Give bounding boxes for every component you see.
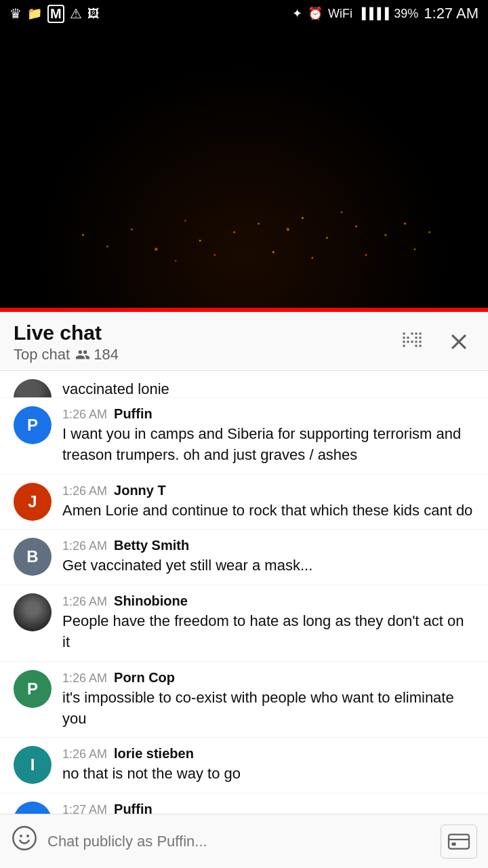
superchat-button[interactable] (441, 825, 477, 859)
message-text: People have the freedom to hate as long … (62, 611, 474, 653)
avatar: P (14, 406, 52, 444)
message-meta: 1:26 AM Jonny T (62, 483, 474, 498)
message-content: 1:26 AM Betty Smith Get vaccinated yet s… (62, 538, 474, 576)
message-time: 1:26 AM (62, 484, 107, 498)
message-time: 1:26 AM (62, 595, 107, 609)
status-bar: ♛ 📁 M ⚠ 🖼 ✦ ⏰ WiFi ▐▐▐▐ 39% 1:27 AM (0, 0, 488, 27)
message-time: 1:26 AM (62, 747, 107, 762)
svg-point-1 (20, 835, 22, 837)
message-text: vaccinated lonie (62, 379, 474, 398)
message-content: 1:26 AM Jonny T Amen Lorie and continue … (62, 483, 474, 521)
list-item: P 1:26 AM Porn Cop it's impossible to co… (0, 662, 488, 738)
message-time: 1:26 AM (62, 408, 107, 422)
chat-input-bar (0, 814, 488, 868)
live-chat-header: Live chat Top chat 184 (0, 312, 488, 371)
avatar: P (14, 670, 52, 708)
message-content: 1:26 AM Porn Cop it's impossible to co-e… (62, 670, 474, 730)
message-time: 1:26 AM (62, 539, 107, 553)
viewers-icon (75, 347, 90, 362)
top-chat-label[interactable]: Top chat (14, 346, 70, 363)
message-meta: 1:26 AM lorie stieben (62, 746, 474, 762)
list-item: I 1:26 AM lorie stieben no that is not t… (0, 738, 488, 793)
alarm-icon: ⏰ (308, 6, 323, 21)
chat-input[interactable] (47, 833, 431, 850)
message-meta: 1:26 AM Shinobione (62, 593, 474, 609)
avatar (14, 593, 52, 631)
svg-point-0 (13, 827, 35, 849)
video-player[interactable] (0, 27, 488, 312)
message-author: Shinobione (114, 593, 188, 609)
list-item: 1:26 AM Shinobione People have the freed… (0, 585, 488, 662)
folder-icon: 📁 (27, 6, 42, 21)
message-meta: 1:26 AM Porn Cop (62, 670, 474, 686)
message-author: Porn Cop (114, 670, 175, 686)
filter-icon (400, 330, 424, 354)
viewers-count: 184 (75, 346, 119, 363)
avatar: I (14, 746, 52, 784)
message-text: I want you in camps and Siberia for supp… (62, 424, 474, 466)
emoji-button[interactable] (11, 825, 38, 858)
svg-rect-5 (452, 842, 456, 846)
close-icon (446, 329, 472, 355)
message-content: vaccinated lonie (62, 379, 474, 398)
live-chat-title: Live chat (14, 321, 119, 344)
avatar: B (14, 538, 52, 576)
video-progress-bar[interactable] (0, 308, 488, 312)
warning-icon: ⚠ (70, 5, 82, 22)
avatar (14, 379, 52, 398)
message-author: Jonny T (114, 483, 166, 498)
list-item: P 1:26 AM Puffin I want you in camps and… (0, 398, 488, 475)
city-lights-overlay (0, 27, 488, 312)
close-button[interactable] (443, 326, 474, 359)
list-item: B 1:26 AM Betty Smith Get vaccinated yet… (0, 530, 488, 585)
avatar: J (14, 483, 52, 521)
message-author: lorie stieben (114, 746, 194, 762)
wifi-icon: WiFi (328, 7, 352, 21)
message-author: Puffin (114, 406, 152, 422)
message-content: 1:26 AM Puffin I want you in camps and S… (62, 406, 474, 466)
superchat-icon (447, 829, 471, 854)
status-icons-left: ♛ 📁 M ⚠ 🖼 (9, 5, 100, 23)
message-content: 1:26 AM Shinobione People have the freed… (62, 593, 474, 653)
message-text: Amen Lorie and continue to rock that whi… (62, 500, 474, 521)
message-text: Get vaccinated yet still wear a mask... (62, 555, 474, 576)
crown-icon: ♛ (9, 5, 22, 22)
message-text: no that is not the way to go (62, 764, 474, 785)
svg-rect-3 (449, 834, 469, 848)
bluetooth-icon: ✦ (292, 6, 302, 21)
message-meta: 1:26 AM Betty Smith (62, 538, 474, 553)
list-item: J 1:26 AM Jonny T Amen Lorie and continu… (0, 475, 488, 530)
message-time: 1:26 AM (62, 671, 107, 686)
status-icons-right: ✦ ⏰ WiFi ▐▐▐▐ 39% 1:27 AM (292, 5, 479, 22)
viewer-number: 184 (94, 346, 119, 363)
time-display: 1:27 AM (424, 5, 479, 22)
chat-messages-list: vaccinated lonie P 1:26 AM Puffin I want… (0, 371, 488, 868)
signal-icon: ▐▐▐▐ (358, 7, 388, 20)
message-content: 1:26 AM lorie stieben no that is not the… (62, 746, 474, 785)
battery-percent: 39% (394, 7, 418, 21)
svg-point-2 (26, 835, 29, 837)
message-text: it's impossible to co-exist with people … (62, 688, 474, 730)
live-chat-header-left: Live chat Top chat 184 (14, 321, 119, 363)
live-chat-subtitle: Top chat 184 (14, 346, 119, 363)
message-author: Betty Smith (114, 538, 189, 553)
emoji-icon (11, 825, 38, 852)
list-item: vaccinated lonie (0, 371, 488, 398)
filter-button[interactable] (397, 327, 427, 359)
mastodon-icon: M (47, 5, 64, 23)
live-chat-header-right (397, 326, 474, 359)
image-icon: 🖼 (87, 7, 100, 21)
message-meta: 1:26 AM Puffin (62, 406, 474, 422)
